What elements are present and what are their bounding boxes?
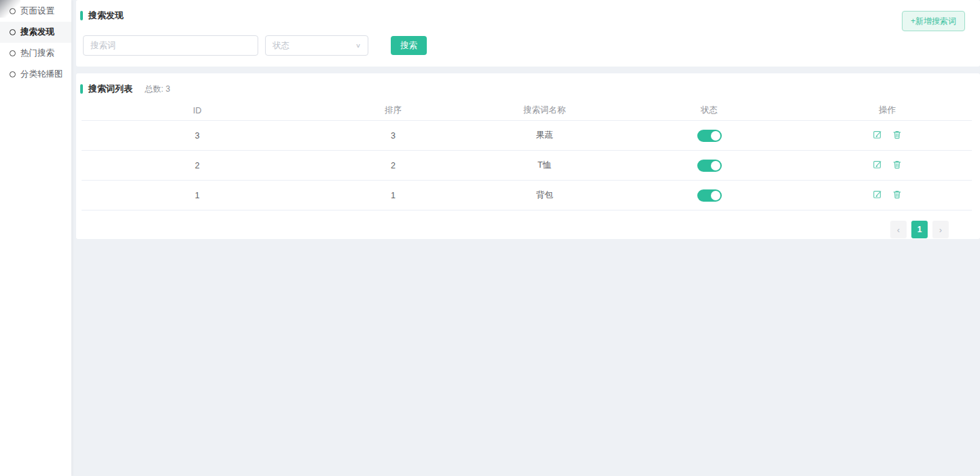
sidebar-item-page-settings[interactable]: 页面设置 bbox=[0, 1, 71, 22]
pagination-page-1[interactable]: 1 bbox=[911, 221, 928, 238]
circle-icon bbox=[10, 50, 16, 56]
pagination-prev-button[interactable]: ‹ bbox=[890, 221, 907, 238]
sidebar-item-label: 热门搜索 bbox=[20, 48, 54, 59]
search-button[interactable]: 搜索 bbox=[391, 36, 427, 55]
cell-id: 1 bbox=[82, 191, 313, 200]
section-title: 搜索词列表 总数: 3 bbox=[80, 83, 980, 95]
search-word-table: ID 排序 搜索词名称 状态 操作 3 3 果蔬 bbox=[82, 100, 972, 210]
sidebar: 页面设置 搜索发现 热门搜索 分类轮播图 bbox=[0, 0, 71, 476]
status-toggle[interactable] bbox=[697, 160, 722, 172]
cell-name: T恤 bbox=[473, 160, 616, 171]
cell-id: 2 bbox=[82, 161, 313, 170]
accent-bar bbox=[80, 84, 83, 94]
cell-sort: 2 bbox=[313, 161, 474, 170]
keyword-input[interactable] bbox=[83, 35, 258, 56]
cell-name: 果蔬 bbox=[473, 130, 616, 141]
sidebar-item-category-carousel[interactable]: 分类轮播图 bbox=[0, 64, 71, 85]
page-title: 搜索发现 bbox=[88, 10, 124, 22]
cell-id: 3 bbox=[82, 131, 313, 141]
delete-icon[interactable] bbox=[892, 189, 902, 199]
add-search-word-button[interactable]: +新增搜索词 bbox=[902, 11, 965, 31]
table-row: 2 2 T恤 bbox=[82, 151, 972, 181]
cell-name: 背包 bbox=[473, 189, 616, 201]
pagination-next-button[interactable]: › bbox=[932, 221, 949, 238]
cell-sort: 3 bbox=[313, 131, 474, 141]
column-header-status: 状态 bbox=[616, 105, 803, 116]
pagination: ‹ 1 › bbox=[80, 221, 949, 238]
status-select[interactable]: 状态 ∨ bbox=[265, 35, 368, 56]
circle-icon bbox=[10, 8, 16, 14]
chevron-down-icon: ∨ bbox=[355, 42, 361, 49]
sidebar-item-label: 页面设置 bbox=[20, 5, 54, 17]
main-content: 搜索发现 状态 ∨ 搜索 +新增搜索词 搜索词列表 总数: 3 ID 排序 搜索… bbox=[71, 0, 980, 476]
status-toggle[interactable] bbox=[697, 189, 722, 202]
delete-icon[interactable] bbox=[892, 160, 902, 169]
section-title: 搜索发现 bbox=[80, 10, 980, 22]
table-title: 搜索词列表 bbox=[88, 83, 133, 95]
table-header-row: ID 排序 搜索词名称 状态 操作 bbox=[82, 100, 972, 121]
circle-icon bbox=[10, 71, 16, 77]
edit-icon[interactable] bbox=[873, 130, 882, 139]
table-row: 1 1 背包 bbox=[82, 181, 972, 210]
column-header-id: ID bbox=[82, 106, 313, 115]
column-header-action: 操作 bbox=[803, 105, 972, 116]
filter-form: 状态 ∨ 搜索 bbox=[83, 35, 980, 56]
sidebar-item-label: 分类轮播图 bbox=[20, 69, 63, 80]
status-toggle[interactable] bbox=[697, 130, 722, 142]
search-filter-card: 搜索发现 状态 ∨ 搜索 +新增搜索词 bbox=[76, 0, 980, 67]
delete-icon[interactable] bbox=[892, 130, 902, 139]
circle-icon bbox=[10, 29, 16, 35]
cell-sort: 1 bbox=[313, 191, 474, 200]
sidebar-item-label: 搜索发现 bbox=[20, 26, 54, 38]
sidebar-item-hot-search[interactable]: 热门搜索 bbox=[0, 43, 71, 64]
sidebar-item-search-discovery[interactable]: 搜索发现 bbox=[0, 22, 71, 43]
edit-icon[interactable] bbox=[873, 189, 882, 199]
edit-icon[interactable] bbox=[873, 160, 882, 169]
column-header-sort: 排序 bbox=[313, 105, 474, 116]
total-count: 总数: 3 bbox=[145, 84, 170, 95]
search-word-list-card: 搜索词列表 总数: 3 ID 排序 搜索词名称 状态 操作 3 3 果蔬 bbox=[76, 73, 980, 239]
table-row: 3 3 果蔬 bbox=[82, 121, 972, 151]
accent-bar bbox=[80, 11, 83, 20]
status-select-placeholder: 状态 bbox=[273, 40, 290, 52]
column-header-name: 搜索词名称 bbox=[473, 105, 616, 116]
